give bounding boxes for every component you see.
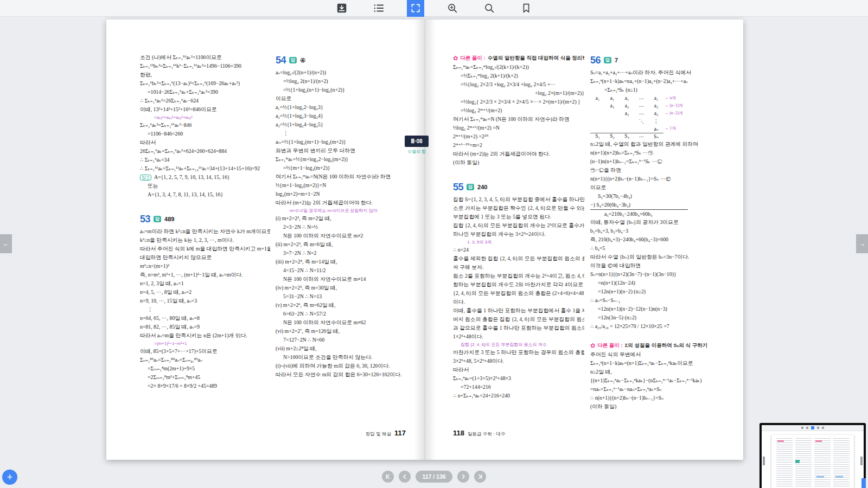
- alt-solution-label: 다른 풀이 :: [597, 342, 622, 349]
- table-annotation: → (n−2)개: [663, 111, 683, 116]
- zoom-in-icon: [446, 2, 458, 14]
- content-line: =Σₘ₌₁⁸m(2m+1)+9×5: [140, 364, 270, 373]
- content-line: aₙ=log₂√(2(n+1)/(n+2)): [276, 68, 406, 77]
- content-line: Σₖ₌₁ⁿaₖ=(1+3+5)×2³+48×3: [453, 374, 584, 383]
- left-page-column-1: 조건 (나)에서 Σₖ₌₁¹⁶aₖ²=1106이므로Σₖ₌₁¹⁶bₖ²=Σₖ₌₁…: [140, 53, 270, 390]
- answer-badge: 답: [604, 57, 611, 63]
- content-line: ½{m+1−log₂(m+2)}=N: [276, 181, 406, 190]
- alt-solution-label: 다른 풀이 :: [460, 55, 485, 62]
- page-gutter: [414, 20, 436, 460]
- content-line: 하나인 부분집합의 개수는 3×2³=24이다.: [453, 230, 584, 239]
- page-indicator[interactable]: 117 / 136: [416, 471, 452, 483]
- answer-badge: 답: [467, 184, 474, 190]
- prev-page-edge-button[interactable]: ←: [0, 234, 12, 253]
- content-line: 조건 (나)에서 Σₖ₌₁¹⁶aₖ²=1106이므로: [140, 53, 270, 62]
- content-line: a₅=210b₅−240b₄+60b₃: [590, 209, 688, 218]
- minimap-column: [776, 438, 793, 488]
- next-page-edge-button[interactable]: →: [856, 234, 868, 253]
- right-footer-label: 일등급 수학 · 대수: [468, 431, 505, 436]
- content-line: 원소 2를 포함하는 부분집합의 개수는 2²=4이고, 원소 4, 6을 포: [453, 272, 584, 280]
- content-line: {(n+1)Σₖ₌₁ⁿaₖ−Σₖ₌₁ⁿkaₖ}−(nΣₖ₌₁ⁿ⁻¹aₖ−Σₖ₌₁…: [590, 376, 718, 385]
- content-line: ㉠−㉡을 하면: [590, 166, 718, 175]
- content-line: a₂=½{1+log₂3−log₂4}: [276, 112, 406, 120]
- content-line: =12n(3n−5) (n≥2): [590, 313, 718, 322]
- fullscreen-button[interactable]: [407, 0, 424, 17]
- bookmark-button[interactable]: [518, 0, 535, 17]
- content-line: =12n(n+1)(n−2) (n≥2): [590, 287, 718, 296]
- chapter-title: 수열의 합: [405, 149, 429, 155]
- content-line: =½{log₂ 2×2/3 +log₂ 2×3/4 +log₂ 2×4/5 +⋯: [453, 80, 584, 89]
- content-line: {2, 4, 6}의 모든 부분집합의 원소의 총합은 (2+4+6)×4=48: [453, 289, 584, 298]
- content-line: n=9, 10, ⋯, 15일 때, aₙ=3: [140, 297, 270, 305]
- annotation-line: =(m+1)²−1−m²+1: [140, 340, 270, 347]
- content-line: 2ᵐ⁺¹⁻²ᴺ=m+2: [453, 141, 584, 150]
- table-annotation: → 1개: [663, 126, 676, 131]
- content-line: 저 구해 보자.: [453, 263, 584, 272]
- annotation-line: 1, 3, 5의 3개: [453, 239, 584, 246]
- content-line: b₅=b₄+3, b₃=b₄−3: [590, 227, 718, 235]
- table-row: ⋱⋮: [590, 117, 718, 125]
- content-line: Σₙ₌₁⁸⁵aₙ=Σₙ₌₁⁸⁰aₙ+Σₙ₌₈₁⁸⁵aₙ: [140, 356, 270, 364]
- content-line: =1014−26Σₖ₌₁⁶aₖ+Σₖ₌₁⁶aₖ²=390: [140, 88, 270, 97]
- download-button[interactable]: [333, 0, 350, 17]
- content-line: 따라서: [140, 138, 270, 147]
- content-line: Σₖ₌₁¹⁶bₖ²=Σₖ₌₁¹⁶k²−Σₖ₌₁¹⁶aₖ²=1496−1106=3…: [140, 62, 270, 70]
- answer-badge: 답: [154, 216, 161, 222]
- content-line: 1×2³+48이다.: [453, 332, 584, 341]
- content-line: a₃=½{1+log₂4−log₂5}: [276, 120, 406, 129]
- last-page-button[interactable]: [474, 471, 486, 483]
- left-footer-label: 정답 및 해설: [366, 431, 391, 436]
- content-line: (vii) m+2≥2⁸일 때,: [276, 344, 406, 353]
- right-arrow-icon: →: [859, 240, 866, 248]
- table-annotation: → (n−1)개: [663, 103, 683, 108]
- content-line: 6=63−2N ∴ N=57/2: [276, 310, 406, 318]
- minimap-preview[interactable]: [760, 423, 866, 488]
- content-line: 이다.: [453, 298, 584, 306]
- ebook-viewer: { "labels": { "answer_badge": "답", "alt_…: [0, 0, 868, 488]
- content-line: =n(n+1)(12n−24): [590, 279, 718, 287]
- toc-button[interactable]: [370, 0, 387, 17]
- chevron-right-icon: [460, 473, 467, 480]
- content-line: n≥2일 때,: [590, 368, 718, 376]
- content-line: (i)~(vii)에 의하여 가능한 m의 값은 6, 30, 126이다.: [276, 362, 406, 370]
- left-page-footer: 정답 및 해설117: [140, 429, 406, 438]
- content-line: n(n+1)(n+2)bₙ=Σₖ₌₁ⁿSₖ ⋯㉠: [590, 149, 718, 157]
- content-line: Σₖ₌₁ᵐaₖ=½{m+log₂2−log₂(m+2)}: [276, 155, 406, 164]
- content-line: 3=7−2N ∴ N=2: [276, 249, 406, 258]
- content-line: 따라서 aₙ=m을 만족시키는 n은 (2m+1)개 있다.: [140, 331, 270, 340]
- content-line: 이것을 ㉢에 대입하면: [590, 261, 718, 270]
- content-line: n=1, 2, 3일 때, aₙ=1: [140, 279, 270, 288]
- minimap-blue-tab: [861, 478, 866, 488]
- content-line: 이므로: [276, 94, 406, 103]
- zoom-button[interactable]: [444, 0, 461, 17]
- minimap-column: [833, 438, 850, 488]
- content-line: (n−1)n(n+1)bₙ₋₁=Σₖ₌₁ⁿ⁻¹Sₖ ⋯㉡: [590, 157, 718, 166]
- minimap-left-handle: [763, 457, 765, 465]
- answer-value: 7: [615, 57, 618, 63]
- content-line: Sₙ=n(n+1){(n+2)(3n−7)−(n−1)(3n−10)}: [590, 270, 718, 279]
- content-line: n≥2일 때, 수열의 합과 일반항의 관계에 의하여: [590, 140, 718, 149]
- content-line: 이때, 등차수열 {bₙ}의 공차가 3이므로: [590, 218, 718, 227]
- search-button[interactable]: [481, 0, 498, 17]
- content-line: Sₙ=a₁+a₂+a₃+⋯+aₙ이라 하자. 주어진 식에서: [590, 68, 718, 77]
- content-line: −) S₄=20(6b₄−3b₃): [590, 201, 718, 209]
- content-line: A={1, 3, 4, 7, 8, 11, 13, 14, 15, 16}: [140, 190, 270, 199]
- problem-number: 56: [590, 55, 601, 66]
- prev-page-button[interactable]: [399, 471, 411, 483]
- content-line: n=4, 5, ⋯, 8일 때, aₙ=2: [140, 288, 270, 297]
- content-line: 함하는 부분집합의 개수도 2와 마찬가지로 각각 4이므로 집합: [453, 280, 584, 289]
- content-line: Σₖ₌₁⁶bₖ²=Σₖ₌₁⁶(13−aₖ)²=Σₖ₌₁⁶(169−26aₖ+aₖ…: [140, 79, 270, 88]
- right-page-column-1: ✿다른 풀이 :수열의 일반항을 직접 대입하여 식을 정리하기Σₖ₌₁ᵐaₖ=…: [453, 53, 584, 400]
- minimap-toolbar-dot: [806, 427, 808, 429]
- content-line: 부분집합에 1 또는 3 또는 5를 넣으면 된다.: [453, 213, 584, 221]
- content-line: 이때, 85=(3+5+7+⋯+17)+5이므로: [140, 347, 270, 356]
- first-page-button[interactable]: [382, 471, 394, 483]
- content-line: 여기서 Σₖ₌₁ᵐaₖ=N (N은 100 이하의 자연수)라 하면: [453, 115, 584, 124]
- problem-header: 54답④: [276, 53, 406, 67]
- minimap-spread: [771, 435, 854, 488]
- content-line: 따라서 (m+2)는 2의 거듭제곱이어야 한다.: [453, 150, 584, 158]
- content-line: n(n+1){(n+2)bₙ−(n−1)bₙ₋₁}=Sₙ ⋯㉢: [590, 175, 718, 183]
- next-page-button[interactable]: [457, 471, 469, 483]
- content-line: =72+144=216: [453, 383, 584, 391]
- right-page-column-2: 56답7Sₙ=a₁+a₂+a₃+⋯+aₙ이라 하자. 주어진 식에서Σₖ₌₁ⁿ(…: [590, 53, 718, 411]
